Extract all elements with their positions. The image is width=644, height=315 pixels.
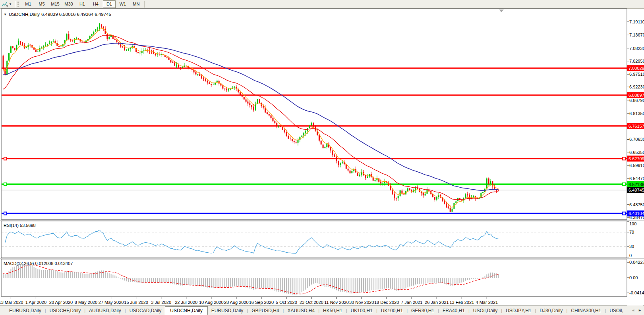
date-tick-label: 8 May 2020 xyxy=(75,300,97,305)
candle xyxy=(166,57,168,58)
line-handle[interactable] xyxy=(623,157,625,160)
rsi-tick-label: 100 xyxy=(629,221,636,226)
candle xyxy=(108,37,110,39)
timeframe-h4-button[interactable]: H4 xyxy=(89,0,102,8)
candle xyxy=(191,69,193,70)
candle xyxy=(332,151,333,155)
candle xyxy=(340,163,341,165)
candle xyxy=(249,103,250,105)
macd-tick-label: 0.042275 xyxy=(629,260,644,265)
candle xyxy=(330,147,331,150)
candle xyxy=(26,47,27,48)
candle xyxy=(18,41,19,45)
candle xyxy=(482,192,483,193)
toolbar-separator xyxy=(144,1,145,8)
candle xyxy=(309,126,310,128)
candle xyxy=(37,52,39,52)
tab-audusd-daily[interactable]: AUDUSD,Daily xyxy=(85,307,125,315)
date-tick-label: 26 Jan 2021 xyxy=(425,300,449,305)
candle xyxy=(157,54,158,55)
candle xyxy=(49,43,50,44)
main-panel xyxy=(1,9,627,219)
candle xyxy=(41,47,43,48)
tab-dj30-daily[interactable]: DJ30,Daily xyxy=(536,307,566,315)
tab-usoil-daily[interactable]: USOil,Daily xyxy=(470,307,501,315)
tab-gbpusd-h4[interactable]: GBPUSD,H4 xyxy=(248,307,282,315)
chart-tab-bar: EURUSD,Daily|USDCHF,Daily|AUDUSD,Daily|U… xyxy=(0,305,644,315)
timeframe-m1-button[interactable]: M1 xyxy=(22,0,35,8)
candle xyxy=(203,78,204,79)
chart-tools-icon[interactable] xyxy=(2,2,8,7)
candle xyxy=(244,97,245,100)
date-tick-label: 13 Mar 2020 xyxy=(0,300,23,305)
candle xyxy=(288,136,289,139)
candle xyxy=(459,198,460,200)
candle xyxy=(128,49,129,50)
tab-xauusd-h4[interactable]: XAUUSD,H4 xyxy=(284,307,318,315)
chart-canvas[interactable]: 7.191107.136707.082307.029506.975106.922… xyxy=(0,8,644,305)
candle xyxy=(230,89,231,90)
tab-usoil[interactable]: USOil, xyxy=(606,307,627,315)
rsi-tick-label: 30 xyxy=(629,244,634,249)
candle xyxy=(313,123,314,127)
candle xyxy=(396,198,397,199)
candle xyxy=(467,194,468,195)
candle xyxy=(58,46,60,47)
tab-eurusd-daily[interactable]: EURUSD,Daily xyxy=(208,307,247,315)
candle xyxy=(8,53,10,61)
candle xyxy=(259,99,260,103)
candle xyxy=(60,47,62,47)
tab-china300-h1[interactable]: CHINA300,H1 xyxy=(567,307,605,315)
line-handle[interactable] xyxy=(4,157,7,160)
line-handle[interactable] xyxy=(4,183,7,186)
candle xyxy=(182,67,183,68)
symbol-caret-icon[interactable]: ▼ xyxy=(4,13,7,16)
line-handle[interactable] xyxy=(623,183,625,186)
tab-scroll-left-icon[interactable]: ◄ xyxy=(631,308,635,312)
candle xyxy=(81,42,83,42)
tab-uk100-h1[interactable]: UK100,H1 xyxy=(347,307,376,315)
line-handle[interactable] xyxy=(4,212,7,215)
tab-uk100-h1[interactable]: UK100,H1 xyxy=(377,307,406,315)
tab-usdcnh-daily[interactable]: USDCNH,Daily xyxy=(165,306,207,315)
price-tick-label: 6.81350 xyxy=(629,111,644,116)
price-tick-label: 7.02950 xyxy=(629,59,644,63)
candle xyxy=(465,194,466,198)
candle xyxy=(303,133,304,135)
candle xyxy=(311,123,312,126)
timeframe-m5-button[interactable]: M5 xyxy=(35,0,48,8)
tab-usdjpy-h1[interactable]: USDJPY,H1 xyxy=(502,307,535,315)
tab-usdcad-daily[interactable]: USDCAD,Daily xyxy=(126,307,165,315)
date-tick-label: 11 Nov 2020 xyxy=(324,300,349,305)
price-tick-label: 6.86790 xyxy=(629,98,644,103)
timeframe-h1-button[interactable]: H1 xyxy=(76,0,89,8)
candle xyxy=(273,118,274,121)
candle xyxy=(199,74,200,76)
candle xyxy=(348,169,349,170)
tab-eurusd-daily[interactable]: EURUSD,Daily xyxy=(6,307,45,315)
candle xyxy=(155,54,156,55)
macd-label: MACD(12,26,9) 0.012008 0.013407 xyxy=(4,261,73,266)
candle xyxy=(159,55,160,56)
timeframe-w1-button[interactable]: W1 xyxy=(116,0,129,8)
tab-hk50-h1[interactable]: HK50,H1 xyxy=(319,307,346,315)
candle xyxy=(351,171,352,173)
timeframe-d1-button[interactable]: D1 xyxy=(103,0,116,8)
tab-usdchf-daily[interactable]: USDCHF,Daily xyxy=(46,307,85,315)
tab-fra40-h1[interactable]: FRA40,H1 xyxy=(439,307,468,315)
tab-scroll-right-icon[interactable]: ► xyxy=(638,308,642,312)
line-handle[interactable] xyxy=(623,212,625,215)
toolbar-grip-handle[interactable] xyxy=(17,2,20,7)
candle xyxy=(228,89,229,90)
timeframe-mn-button[interactable]: MN xyxy=(130,0,143,8)
tab-ger30-h1[interactable]: GER30,H1 xyxy=(408,307,438,315)
candle xyxy=(219,81,220,84)
candle xyxy=(14,48,15,50)
toolbar-dropdown-caret-icon[interactable]: ▼ xyxy=(9,2,12,6)
candle xyxy=(444,201,445,204)
timeframe-m15-button[interactable]: M15 xyxy=(49,0,62,8)
timeframe-toolbar: ▼ M1M5M15M30H1H4D1W1MN xyxy=(0,0,644,9)
candle xyxy=(294,141,295,142)
timeframe-m30-button[interactable]: M30 xyxy=(62,0,75,8)
candle xyxy=(242,95,243,96)
